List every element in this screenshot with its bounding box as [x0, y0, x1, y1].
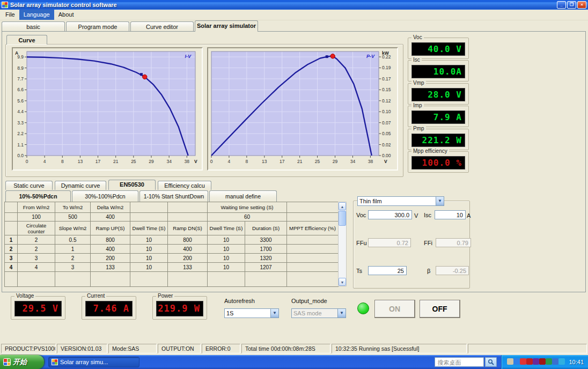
empty-cell: [287, 272, 339, 287]
param-input-voc[interactable]: 300.0: [368, 210, 412, 219]
table-cell[interactable]: 200: [91, 254, 130, 263]
windows-logo-icon: [3, 358, 11, 366]
readout-value-pmp: 221.2 W: [411, 134, 465, 147]
menu-about[interactable]: About: [54, 10, 78, 20]
taskbar-item-solar[interactable]: Solar array simu...: [48, 357, 139, 367]
taskbar-search-input[interactable]: 搜索桌面: [435, 357, 484, 367]
tray-icon-2[interactable]: [513, 358, 520, 365]
table-cell[interactable]: [287, 263, 339, 272]
range-value[interactable]: [130, 213, 168, 222]
svg-text:0.10: 0.10: [382, 109, 391, 114]
range-value-waiting[interactable]: 60: [208, 213, 287, 222]
table-cell[interactable]: 3: [55, 263, 91, 272]
table-cell[interactable]: 10: [130, 263, 168, 272]
voltage-label: Voltage: [14, 293, 35, 299]
svg-text:V: V: [194, 159, 197, 164]
module-type-select[interactable]: Thin film ▼: [357, 196, 444, 206]
table-cell[interactable]: 800: [168, 235, 208, 245]
tray-icon-6[interactable]: [539, 358, 546, 365]
scroll-down-icon[interactable]: ▼: [339, 278, 346, 286]
param-input-ts[interactable]: 25: [368, 266, 407, 275]
table-cell[interactable]: [287, 245, 339, 254]
tab-dynamic-curve[interactable]: Dynamic curve: [55, 181, 106, 190]
table-cell[interactable]: 1207: [245, 263, 287, 272]
table-cell[interactable]: 10: [208, 235, 245, 245]
table-cell[interactable]: 10: [130, 245, 168, 254]
tray-icon-8[interactable]: [552, 358, 558, 365]
tray-icon-7[interactable]: [546, 358, 552, 365]
svg-text:P-V: P-V: [366, 54, 375, 59]
svg-text:21: 21: [113, 159, 119, 164]
chevron-down-icon[interactable]: ▼: [270, 309, 278, 318]
param-input-isc[interactable]: 10: [435, 210, 466, 219]
range-value[interactable]: [168, 213, 208, 222]
table-cell[interactable]: 10: [130, 235, 168, 245]
tray-icon-1[interactable]: [507, 358, 513, 365]
tab-basic[interactable]: basic: [2, 21, 65, 31]
table-cell[interactable]: 2: [18, 245, 55, 254]
tray-icon-3[interactable]: [520, 358, 526, 365]
tray-icon-9[interactable]: [558, 358, 565, 365]
table-cell[interactable]: 10: [208, 263, 245, 272]
minimize-button[interactable]: _: [557, 1, 566, 9]
chevron-down-icon[interactable]: ▼: [436, 197, 444, 205]
tray-icon-5[interactable]: [533, 358, 539, 365]
scroll-up-icon[interactable]: ▲: [339, 202, 346, 210]
subtab-10-50-pdcn[interactable]: 10%-50%Pdcn: [5, 190, 71, 202]
table-cell[interactable]: 10: [208, 254, 245, 263]
table-cell[interactable]: 4: [18, 263, 55, 272]
table-cell[interactable]: [287, 235, 339, 245]
table-cell[interactable]: 200: [168, 254, 208, 263]
off-button[interactable]: OFF: [420, 300, 460, 318]
tab-en50530[interactable]: EN50530: [108, 180, 156, 190]
range-value[interactable]: 400: [91, 213, 130, 222]
table-cell[interactable]: 2: [18, 235, 55, 245]
table-scrollbar[interactable]: ▲ ▼: [338, 202, 347, 286]
table-cell[interactable]: 133: [168, 263, 208, 272]
tab-static-curve[interactable]: Static curve: [5, 181, 53, 190]
start-button[interactable]: 开始: [0, 355, 44, 369]
table-cell[interactable]: 3: [18, 254, 55, 263]
table-cell[interactable]: 10: [130, 254, 168, 263]
table-cell[interactable]: 0.5: [55, 235, 91, 245]
close-button[interactable]: ×: [577, 1, 586, 9]
readout-imp: Imp7.9 A: [408, 106, 469, 127]
range-value[interactable]: [287, 213, 339, 222]
table-cell[interactable]: 1320: [245, 254, 287, 263]
tab-curve-editor[interactable]: Curve editor: [130, 21, 194, 31]
table-cell[interactable]: 400: [168, 245, 208, 254]
menu-file[interactable]: File: [1, 10, 19, 20]
range-value[interactable]: 100: [18, 213, 55, 222]
param-input-item: -0.25: [436, 266, 469, 275]
search-icon[interactable]: [485, 357, 497, 367]
window-title: Solar array simulator control software: [10, 2, 557, 8]
col-header-circulate-counter: Circulate counter: [18, 222, 55, 235]
readout-value-imp: 7.9 A: [411, 110, 465, 124]
table-cell[interactable]: [287, 254, 339, 263]
svg-text:0.07: 0.07: [382, 120, 391, 126]
subtab-1-10-start-shuntdown[interactable]: 1-10% Start ShuntDown: [139, 190, 208, 202]
table-cell[interactable]: 10: [208, 245, 245, 254]
table-cell[interactable]: 2: [55, 254, 91, 263]
tab-efficiency-calcu[interactable]: Efficiency calcu: [158, 181, 211, 190]
svg-text:34: 34: [166, 159, 172, 164]
empty-cell: [168, 272, 208, 287]
range-value[interactable]: 500: [55, 213, 91, 222]
tab-solar-array-simulator[interactable]: Solar array simulator: [195, 20, 258, 32]
maximize-button[interactable]: ❐: [567, 1, 576, 9]
tab-curve[interactable]: Curve: [6, 35, 47, 45]
table-cell[interactable]: 3300: [245, 235, 287, 245]
scroll-thumb[interactable]: [339, 211, 346, 226]
subtab-30-100-pdcn[interactable]: 30%-100%Pdcn: [72, 190, 138, 202]
autorefresh-select[interactable]: 1S ▼: [224, 308, 279, 318]
on-button[interactable]: ON: [374, 300, 415, 318]
table-cell[interactable]: 1700: [245, 245, 287, 254]
table-cell[interactable]: 1: [55, 245, 91, 254]
menu-language[interactable]: Language: [19, 10, 54, 20]
subtab-manual-define[interactable]: manual define: [209, 190, 277, 202]
table-cell[interactable]: 400: [91, 245, 130, 254]
table-cell[interactable]: 133: [91, 263, 130, 272]
table-cell[interactable]: 800: [91, 235, 130, 245]
tray-icon-4[interactable]: [526, 358, 533, 365]
tab-program-mode[interactable]: Program mode: [66, 21, 129, 31]
